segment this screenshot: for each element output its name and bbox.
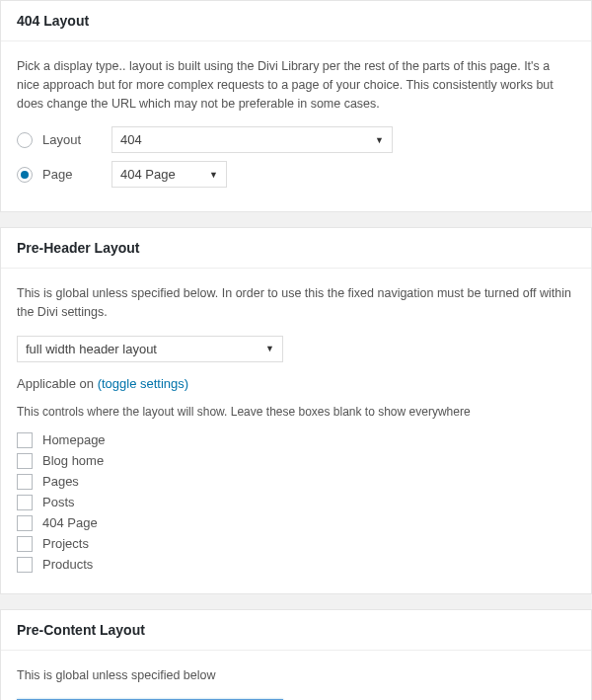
checkbox-row: Blog home <box>17 453 575 469</box>
checkbox-row: Pages <box>17 474 575 490</box>
checkbox-label: 404 Page <box>42 515 98 530</box>
panel-body: This is global unless specified below co… <box>1 651 591 700</box>
panel-header: Pre-Content Layout <box>1 610 591 651</box>
panel-header: 404 Layout <box>1 1 591 41</box>
select-404-layout[interactable]: 404 ▼ <box>111 126 393 153</box>
radio-label-page: Page <box>42 167 111 182</box>
select-value: full width header layout <box>26 342 157 356</box>
applicable-description: This controls where the layout will show… <box>17 405 575 419</box>
panel-404-layout: 404 Layout Pick a display type.. layout … <box>0 0 592 212</box>
panel-description: This is global unless specified below. I… <box>17 284 575 322</box>
checkbox-label: Blog home <box>42 453 104 468</box>
checkbox-row: Homepage <box>17 432 575 448</box>
panel-pre-content-layout: Pre-Content Layout This is global unless… <box>0 609 592 700</box>
checkbox-label: Products <box>42 557 93 572</box>
checkbox-label: Projects <box>42 536 89 551</box>
checkbox-list: Homepage Blog home Pages Posts 404 Page … <box>17 432 575 573</box>
checkbox-homepage[interactable] <box>17 432 33 448</box>
panel-body: This is global unless specified below. I… <box>1 269 591 593</box>
checkbox-blog-home[interactable] <box>17 453 33 469</box>
radio-row-page: Page 404 Page ▼ <box>17 161 575 188</box>
panel-title: Pre-Content Layout <box>17 622 575 638</box>
checkbox-row: 404 Page <box>17 515 575 531</box>
chevron-down-icon: ▼ <box>265 344 274 353</box>
select-404-page[interactable]: 404 Page ▼ <box>111 161 227 188</box>
chevron-down-icon: ▼ <box>375 135 384 145</box>
checkbox-posts[interactable] <box>17 495 33 510</box>
panel-pre-header-layout: Pre-Header Layout This is global unless … <box>0 227 592 594</box>
panel-header: Pre-Header Layout <box>1 228 591 269</box>
radio-page[interactable] <box>17 167 33 183</box>
applicable-on: Applicable on (toggle settings) <box>17 376 575 391</box>
panel-title: Pre-Header Layout <box>17 240 575 256</box>
checkbox-label: Pages <box>42 474 79 489</box>
radio-label-layout: Layout <box>42 132 111 147</box>
select-value: 404 <box>120 132 142 147</box>
checkbox-row: Projects <box>17 536 575 552</box>
checkbox-404-page[interactable] <box>17 515 33 531</box>
checkbox-row: Posts <box>17 495 575 510</box>
checkbox-pages[interactable] <box>17 474 33 490</box>
checkbox-projects[interactable] <box>17 536 33 552</box>
panel-description: This is global unless specified below <box>17 666 575 685</box>
select-pre-header-layout[interactable]: full width header layout ▼ <box>17 336 283 362</box>
chevron-down-icon: ▼ <box>209 170 218 180</box>
panel-title: 404 Layout <box>17 13 575 29</box>
panel-description: Pick a display type.. layout is built us… <box>17 57 575 113</box>
toggle-settings-link[interactable]: (toggle settings) <box>98 376 189 391</box>
radio-layout[interactable] <box>17 132 33 148</box>
checkbox-label: Homepage <box>42 432 106 447</box>
radio-row-layout: Layout 404 ▼ <box>17 126 575 153</box>
select-value: 404 Page <box>120 167 176 182</box>
checkbox-row: Products <box>17 557 575 573</box>
checkbox-products[interactable] <box>17 557 33 573</box>
panel-body: Pick a display type.. layout is built us… <box>1 41 591 211</box>
checkbox-label: Posts <box>42 495 75 509</box>
